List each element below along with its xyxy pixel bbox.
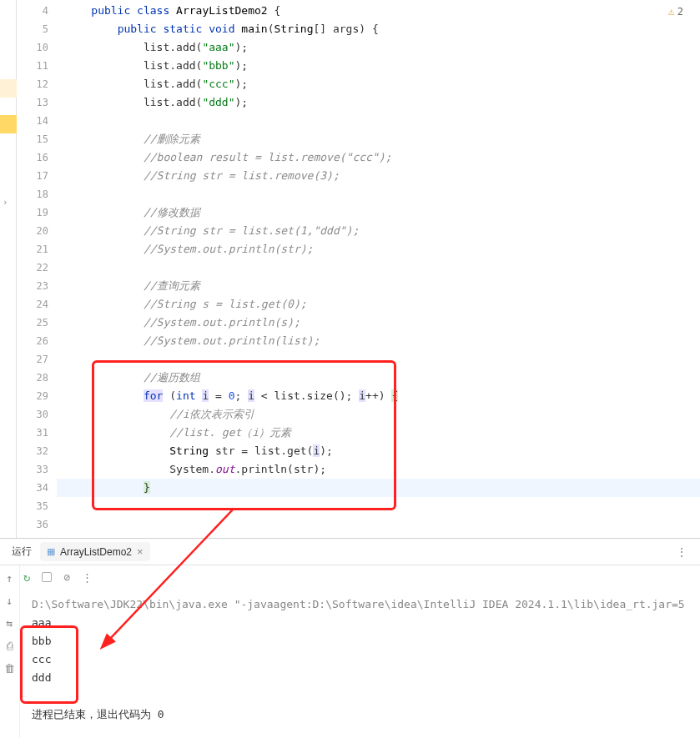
line-number: 16 — [17, 148, 48, 167]
run-toolbar: ↻ ⊘ ⋮ — [23, 570, 93, 584]
line-number: 12 — [17, 75, 48, 93]
code-line[interactable]: public class ArrayListDemo2 { — [57, 2, 700, 20]
line-number: 34 — [17, 479, 48, 497]
run-tab[interactable]: ▦ ArrayListDemo2 × — [40, 542, 150, 561]
run-config-icon: ▦ — [47, 546, 55, 557]
code-line[interactable]: //System.out.println(s); — [57, 314, 700, 332]
code-line[interactable]: //System.out.println(list); — [57, 332, 700, 350]
line-number: 22 — [17, 259, 48, 277]
code-content[interactable]: public class ArrayListDemo2 { public sta… — [57, 0, 700, 538]
line-number: 5 — [17, 20, 48, 38]
down-arrow-icon[interactable]: ↓ — [7, 595, 13, 607]
code-line[interactable]: //String s = list.get(0); — [57, 295, 700, 314]
run-tab-name: ArrayListDemo2 — [60, 546, 132, 558]
code-line[interactable]: list.add("bbb"); — [57, 57, 700, 75]
trash-icon[interactable]: 🗑 — [4, 662, 15, 675]
line-number: 11 — [17, 57, 48, 75]
code-line[interactable]: } — [57, 479, 700, 497]
line-number: 23 — [17, 277, 48, 295]
code-line[interactable]: String str = list.get(i); — [57, 442, 700, 460]
line-number: 14 — [17, 112, 48, 130]
editor-left-strip: › — [0, 0, 17, 538]
code-line[interactable] — [57, 185, 700, 203]
line-number: 20 — [17, 222, 48, 240]
line-number: 31 — [17, 424, 48, 442]
line-number: 30 — [17, 405, 48, 424]
line-number: 21 — [17, 240, 48, 259]
code-line[interactable]: //修改数据 — [57, 203, 700, 222]
line-number: 33 — [17, 460, 48, 479]
line-number: 35 — [17, 497, 48, 515]
up-arrow-icon[interactable]: ↑ — [7, 572, 13, 585]
console-output[interactable]: D:\Software\JDK22\bin\java.exe "-javaage… — [20, 565, 700, 738]
warning-triangle-icon: ⚠ — [668, 5, 675, 18]
run-sidebar: ↑ ↓ ⇆ ⎙ 🗑 — [0, 565, 20, 738]
code-line[interactable]: //查询元素 — [57, 277, 700, 295]
line-number: 32 — [17, 442, 48, 460]
chevron-right-icon[interactable]: › — [3, 197, 8, 208]
line-number: 29 — [17, 387, 48, 405]
code-line[interactable]: //boolean result = list.remove("ccc"); — [57, 148, 700, 167]
line-number: 26 — [17, 332, 48, 350]
line-number: 27 — [17, 350, 48, 369]
step-icon[interactable]: ⊘ — [63, 571, 70, 584]
code-line[interactable]: //System.out.println(str); — [57, 240, 700, 259]
code-line[interactable]: System.out.println(str); — [57, 460, 700, 479]
code-line[interactable] — [57, 497, 700, 515]
code-editor[interactable]: › 45101112131415161718192021222324252627… — [0, 0, 700, 538]
line-number: 10 — [17, 38, 48, 57]
code-line[interactable]: list.add("ddd"); — [57, 93, 700, 112]
line-number: 13 — [17, 93, 48, 112]
warning-count: 2 — [677, 6, 683, 18]
line-number: 17 — [17, 167, 48, 185]
code-line[interactable]: public static void main(String[] args) { — [57, 20, 700, 38]
rerun-icon[interactable]: ↻ — [23, 570, 30, 584]
close-icon[interactable]: × — [137, 545, 144, 558]
more-vert-icon[interactable]: ⋮ — [82, 571, 93, 584]
more-menu-icon[interactable]: ⋮ — [676, 545, 688, 559]
code-line[interactable] — [57, 350, 700, 369]
code-line[interactable]: //遍历数组 — [57, 369, 700, 387]
warning-indicator[interactable]: ⚠ 2 — [668, 5, 683, 18]
line-number: 28 — [17, 369, 48, 387]
line-number: 36 — [17, 515, 48, 534]
code-line[interactable] — [57, 112, 700, 130]
run-panel-header: 运行 ▦ ArrayListDemo2 × ⋮ — [0, 539, 700, 565]
line-number: 18 — [17, 185, 48, 203]
code-line[interactable]: for (int i = 0; i < list.size(); i++) { — [57, 387, 700, 405]
code-line[interactable]: list.add("aaa"); — [57, 38, 700, 57]
code-line[interactable] — [57, 259, 700, 277]
code-line[interactable]: //String str = list.set(1,"ddd"); — [57, 222, 700, 240]
code-line[interactable]: //list. get（i）元素 — [57, 424, 700, 442]
run-panel: 运行 ▦ ArrayListDemo2 × ⋮ ↑ ↓ ⇆ ⎙ 🗑 ↻ ⊘ ⋮ … — [0, 539, 700, 738]
code-line[interactable]: //i依次表示索引 — [57, 405, 700, 424]
line-number: 25 — [17, 314, 48, 332]
line-number: 19 — [17, 203, 48, 222]
stop-icon[interactable] — [42, 572, 52, 582]
wrap-icon[interactable]: ⇆ — [7, 617, 13, 630]
print-icon[interactable]: ⎙ — [7, 640, 13, 652]
code-line[interactable] — [57, 515, 700, 534]
line-number-gutter: 4510111213141516171819202122232425262728… — [17, 0, 57, 538]
line-number: 15 — [17, 130, 48, 148]
line-number: 24 — [17, 295, 48, 314]
code-line[interactable]: //删除元素 — [57, 130, 700, 148]
run-panel-label: 运行 — [3, 545, 40, 559]
code-line[interactable]: //String str = list.remove(3); — [57, 167, 700, 185]
code-line[interactable]: list.add("ccc"); — [57, 75, 700, 93]
line-number: 4 — [17, 2, 48, 20]
